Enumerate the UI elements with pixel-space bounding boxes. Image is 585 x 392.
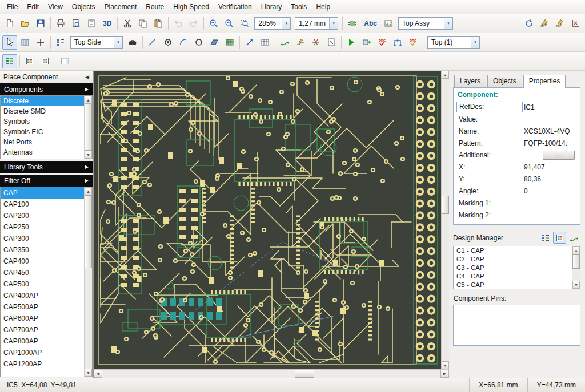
menu-library[interactable]: Library <box>257 1 287 13</box>
design-manager-components-button[interactable] <box>539 232 552 244</box>
design-manager-item[interactable]: C4 - CAP <box>454 272 572 281</box>
filter-bar[interactable]: Filter Off ▶ <box>0 175 93 187</box>
chevron-down-icon[interactable]: ▼ <box>282 18 290 29</box>
list-item[interactable]: CAP200 <box>1 210 84 221</box>
scroll-up-icon[interactable]: ▲ <box>572 246 580 254</box>
design-manager-item[interactable]: C5 - CAP <box>454 281 572 289</box>
menu-edit[interactable]: Edit <box>22 1 43 13</box>
list-item[interactable]: Discrete SMD <box>1 106 84 116</box>
list-item[interactable]: CAP500AP <box>1 301 84 313</box>
menu-tools[interactable]: Tools <box>286 1 311 13</box>
select-tool-button[interactable] <box>2 35 17 50</box>
property-value[interactable]: XCS10XL-4VQ <box>523 127 577 135</box>
scroll-up-icon[interactable]: ▲ <box>442 71 449 79</box>
unroute-button[interactable] <box>308 35 323 50</box>
property-value[interactable]: 91,407 <box>523 163 577 171</box>
assembly-select[interactable]: Top Assy▼ <box>398 17 453 30</box>
place-pattern-button[interactable] <box>345 17 360 31</box>
pcb-canvas[interactable] <box>94 71 441 370</box>
list-item[interactable]: Discrete <box>1 96 84 106</box>
chevron-down-icon[interactable]: ▼ <box>471 37 479 48</box>
route-setup-button[interactable] <box>293 35 308 50</box>
menu-file[interactable]: File <box>2 1 22 13</box>
list-item[interactable]: CAP400AP <box>1 290 84 301</box>
place-text-button[interactable]: Abc <box>360 17 380 31</box>
update-structure-button[interactable] <box>522 17 536 31</box>
save-button[interactable] <box>33 17 48 31</box>
list-item[interactable]: CAP350 <box>1 244 84 256</box>
list-item[interactable]: CAP700AP <box>1 324 84 336</box>
property-value[interactable]: 80,36 <box>523 175 577 183</box>
place-polygon-button[interactable] <box>207 35 222 50</box>
tab-objects[interactable]: Objects <box>487 75 522 88</box>
list-item[interactable]: CAP <box>1 187 84 199</box>
scroll-track[interactable] <box>442 79 449 361</box>
list-item[interactable]: CAP450 <box>1 267 84 278</box>
group-list-scrollbar[interactable]: ▲ ▼ <box>84 96 92 159</box>
print-preview-button[interactable] <box>69 17 83 31</box>
list-item[interactable]: Antennas <box>1 147 84 157</box>
scroll-track[interactable] <box>102 370 440 378</box>
menu-objects[interactable]: Objects <box>67 1 100 13</box>
components-section-bar[interactable]: Components ▶ <box>0 83 93 95</box>
canvas-horizontal-scrollbar[interactable]: ◀ ▶ <box>94 369 449 378</box>
copy-button[interactable] <box>135 17 150 31</box>
grid-table-button[interactable] <box>258 35 273 50</box>
scroll-track[interactable] <box>85 104 92 151</box>
scroll-down-icon[interactable]: ▼ <box>85 151 92 159</box>
scroll-left-icon[interactable]: ◀ <box>94 370 102 378</box>
component-pins-box[interactable] <box>453 305 580 346</box>
list-item[interactable]: CAP1000AP <box>1 347 84 358</box>
place-arc-button[interactable] <box>176 35 191 50</box>
list-item[interactable]: Net Ports <box>1 137 84 147</box>
chevron-down-icon[interactable]: ▼ <box>329 18 338 29</box>
design-manager-item[interactable]: C3 - CAP <box>454 264 572 272</box>
measure-button[interactable] <box>242 35 257 50</box>
list-item[interactable]: CAP250 <box>1 221 84 233</box>
list-item[interactable]: CAP100 <box>1 199 84 210</box>
zoom-select[interactable]: 285%▼ <box>254 17 291 30</box>
scroll-down-icon[interactable]: ▼ <box>442 361 449 369</box>
list-item[interactable]: CAP300 <box>1 233 84 244</box>
list-item[interactable]: CAP800AP <box>1 336 84 347</box>
side-select[interactable]: Top Side▼ <box>70 36 123 49</box>
scroll-down-icon[interactable]: ▼ <box>572 281 580 289</box>
new-file-button[interactable] <box>2 17 17 31</box>
chevron-down-icon[interactable]: ▼ <box>444 18 452 29</box>
cut-button[interactable] <box>120 17 135 31</box>
list-item[interactable]: Symbols <box>1 116 84 127</box>
open-file-button[interactable] <box>18 17 33 31</box>
route-trace-button[interactable] <box>278 35 292 50</box>
drc-button[interactable]: DRC <box>375 35 390 50</box>
list-item[interactable]: Symbols EIC <box>1 127 84 137</box>
design-manager-nets-button[interactable] <box>567 232 580 244</box>
list-item[interactable]: CAP500 <box>1 278 84 290</box>
print-button[interactable] <box>53 17 68 31</box>
board-view-button[interactable] <box>18 35 33 50</box>
menu-route[interactable]: Route <box>141 1 169 13</box>
scroll-track[interactable] <box>572 254 580 281</box>
place-picture-button[interactable] <box>381 17 396 31</box>
property-value[interactable]: 0 <box>523 187 577 195</box>
collapse-panel-icon[interactable]: ◀ <box>85 74 89 80</box>
paste-button[interactable] <box>151 17 166 31</box>
property-value[interactable]: FQFP-100/14: <box>523 139 577 147</box>
list-item[interactable]: CAP400 <box>1 256 84 267</box>
tab-properties[interactable]: Properties <box>523 75 566 88</box>
menu-help[interactable]: Help <box>311 1 335 13</box>
board-origin-button[interactable] <box>568 17 583 31</box>
canvas-vertical-scrollbar[interactable]: ▲ ▼ <box>441 71 449 369</box>
scroll-down-icon[interactable]: ▼ <box>85 369 92 377</box>
scroll-up-icon[interactable]: ▲ <box>85 96 92 104</box>
erc-button[interactable]: DRC <box>406 35 420 50</box>
scroll-thumb[interactable] <box>572 254 580 269</box>
origin-tool-button[interactable] <box>33 35 48 50</box>
chevron-down-icon[interactable]: ▼ <box>114 37 122 48</box>
menu-placement[interactable]: Placement <box>100 1 142 13</box>
3d-view-button[interactable]: 3D <box>99 17 115 31</box>
place-line-button[interactable] <box>145 35 160 50</box>
component-list-scrollbar[interactable]: ▲ ▼ <box>84 187 92 377</box>
place-component-panel-button[interactable] <box>2 54 17 68</box>
place-via-button[interactable] <box>161 35 175 50</box>
net-check-button[interactable] <box>390 35 405 50</box>
